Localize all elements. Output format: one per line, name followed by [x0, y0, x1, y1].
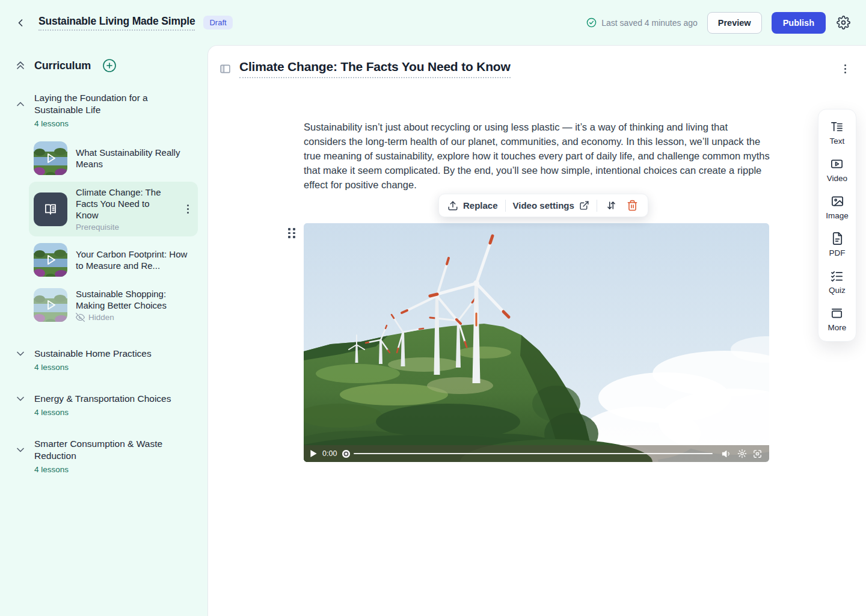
quiz-icon	[830, 269, 844, 283]
video-timestamp: 0:00	[322, 449, 337, 458]
progress-track[interactable]	[354, 453, 713, 454]
section-title: Smarter Consumption & Waste Reduction	[34, 438, 179, 462]
palette-item-label: PDF	[829, 248, 846, 257]
external-link-icon	[579, 200, 589, 211]
last-saved-status: Last saved 4 minutes ago	[586, 17, 698, 28]
volume-icon[interactable]	[722, 449, 732, 459]
chevron-down-icon[interactable]	[14, 348, 26, 360]
palette-item-label: Video	[827, 174, 847, 183]
delete-block-button[interactable]	[625, 199, 639, 212]
add-section-button[interactable]	[102, 58, 117, 73]
swap-vertical-icon	[606, 200, 617, 211]
play-overlay-icon	[34, 243, 67, 277]
publish-button[interactable]: Publish	[772, 12, 826, 34]
lesson-editor-panel: Climate Change: The Facts You Need to Kn…	[207, 45, 866, 616]
last-saved-text: Last saved 4 minutes ago	[601, 18, 698, 28]
chevron-up-icon[interactable]	[14, 98, 26, 110]
section-lesson-count: 4 lessons	[34, 363, 198, 372]
play-overlay-icon	[34, 288, 67, 322]
video-block-toolbar: Replace Video settings	[438, 194, 648, 217]
palette-item-label: Image	[826, 211, 849, 220]
lesson-text-block[interactable]: Sustainability isn’t just about recyclin…	[304, 120, 770, 192]
lesson-title: Your Carbon Footprint: How to Measure an…	[76, 248, 193, 271]
block-drag-handle[interactable]	[286, 226, 297, 240]
section-header[interactable]: Sustainable Home Practices	[14, 348, 198, 360]
section-lesson-count: 4 lessons	[34, 408, 198, 417]
video-settings-button[interactable]: Video settings	[513, 200, 589, 211]
add-text-block[interactable]: Text	[830, 120, 845, 146]
upload-icon	[447, 200, 458, 211]
back-button[interactable]	[14, 16, 28, 29]
image-icon	[831, 194, 844, 208]
video-thumbnail	[34, 243, 67, 277]
play-overlay-icon	[34, 141, 67, 175]
video-thumbnail	[34, 141, 67, 175]
chevron-down-icon[interactable]	[14, 444, 26, 456]
palette-item-label: Text	[830, 137, 845, 146]
lesson-title: Climate Change: The Facts You Need to Kn…	[76, 186, 174, 221]
block-palette: Text Video Image PDF Quiz More	[818, 109, 856, 342]
reading-lesson-icon	[34, 192, 67, 226]
section-lesson-count: 4 lessons	[34, 465, 198, 474]
lesson-item[interactable]: What Sustainability Really Means	[29, 137, 198, 180]
lesson-title: What Sustainability Really Means	[76, 147, 193, 170]
section-header[interactable]: Energy & Transportation Choices	[14, 393, 198, 405]
chevron-left-icon	[14, 17, 26, 29]
lesson-title: Sustainable Shopping: Making Better Choi…	[76, 288, 193, 311]
video-player[interactable]: 0:00	[304, 223, 769, 462]
play-button[interactable]	[310, 450, 317, 457]
palette-item-label: Quiz	[829, 286, 846, 295]
eye-off-icon	[76, 313, 85, 322]
replace-video-button[interactable]: Replace	[447, 200, 498, 211]
text-icon	[830, 120, 844, 134]
lesson-page-title[interactable]: Climate Change: The Facts You Need to Kn…	[239, 60, 511, 78]
reorder-block-button[interactable]	[604, 199, 618, 212]
curriculum-section: Energy & Transportation Choices 4 lesson…	[14, 393, 198, 417]
video-settings-icon[interactable]	[737, 449, 747, 458]
settings-gear-icon[interactable]	[837, 16, 850, 29]
lesson-item[interactable]: Your Carbon Footprint: How to Measure an…	[29, 238, 198, 282]
lesson-options-kebab[interactable]	[840, 63, 850, 75]
section-title: Energy & Transportation Choices	[34, 393, 171, 405]
video-thumbnail	[34, 288, 67, 322]
section-lesson-count: 4 lessons	[34, 119, 198, 128]
lesson-badge: Prerequisite	[76, 223, 174, 232]
video-icon	[830, 157, 844, 171]
chevron-down-icon[interactable]	[14, 393, 26, 405]
add-image-block[interactable]: Image	[826, 194, 849, 220]
toolbar-divider	[597, 200, 597, 212]
check-circle-icon	[586, 17, 597, 28]
scrubber-handle[interactable]	[342, 450, 350, 458]
fullscreen-icon[interactable]	[752, 449, 763, 459]
add-pdf-block[interactable]: PDF	[829, 232, 846, 257]
top-header: Sustainable Living Made Simple Draft Las…	[0, 0, 866, 45]
toggle-sidebar-icon[interactable]	[219, 63, 232, 75]
add-quiz-block[interactable]: Quiz	[829, 269, 846, 295]
section-header[interactable]: Laying the Foundation for a Sustainable …	[14, 92, 198, 116]
curriculum-section: Smarter Consumption & Waste Reduction 4 …	[14, 438, 198, 474]
pdf-icon	[831, 232, 844, 245]
trash-icon	[627, 200, 638, 211]
more-blocks[interactable]: More	[828, 306, 847, 332]
lesson-kebab-menu[interactable]	[182, 203, 193, 215]
video-frame-illustration	[304, 223, 769, 462]
preview-button[interactable]: Preview	[707, 12, 762, 34]
curriculum-section: Laying the Foundation for a Sustainable …	[14, 92, 198, 327]
section-title: Laying the Foundation for a Sustainable …	[34, 92, 179, 116]
section-title: Sustainable Home Practices	[34, 348, 152, 360]
curriculum-section: Sustainable Home Practices 4 lessons	[14, 348, 198, 372]
lesson-item-hidden[interactable]: Sustainable Shopping: Making Better Choi…	[29, 283, 198, 327]
more-icon	[830, 306, 844, 320]
toolbar-divider	[505, 200, 506, 212]
status-badge: Draft	[203, 16, 232, 29]
collapse-all-icon[interactable]	[14, 60, 26, 72]
lesson-item-selected[interactable]: Climate Change: The Facts You Need to Kn…	[29, 182, 198, 236]
curriculum-sidebar: Curriculum Laying the Foundation for a S…	[0, 45, 207, 616]
lesson-badge: Hidden	[88, 313, 114, 322]
palette-item-label: More	[828, 323, 847, 332]
curriculum-heading: Curriculum	[34, 60, 91, 72]
video-controls-bar: 0:00	[304, 445, 769, 462]
add-video-block[interactable]: Video	[827, 157, 847, 183]
course-title[interactable]: Sustainable Living Made Simple	[38, 15, 195, 31]
section-header[interactable]: Smarter Consumption & Waste Reduction	[14, 438, 198, 462]
